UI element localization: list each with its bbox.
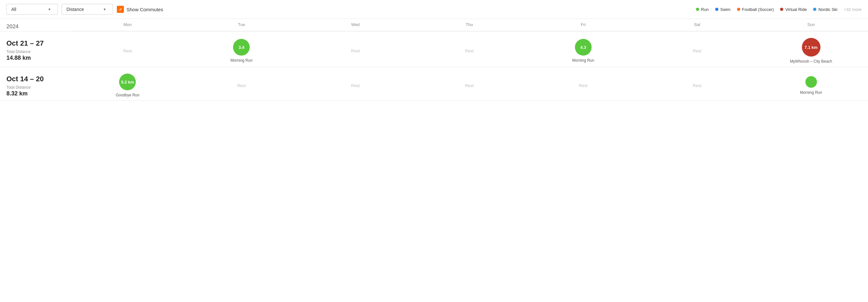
- distance-dropdown[interactable]: Distance ▾: [62, 4, 113, 15]
- day-header-thu: Thu: [412, 19, 526, 31]
- rest-label: Rest: [351, 49, 360, 53]
- day-cell-w1-d0: 5.2 kmGoodbye Run: [71, 67, 185, 100]
- activity-bubble-w1-d0[interactable]: 5.2 km: [119, 73, 136, 90]
- legend-dot: [813, 8, 816, 11]
- all-dropdown-value: All: [11, 7, 17, 12]
- all-dropdown[interactable]: All ▾: [6, 4, 58, 15]
- day-cell-w1-d6: Morning Run: [754, 67, 868, 100]
- activity-bubble-w0-d1[interactable]: 3.4: [233, 39, 250, 56]
- day-header-sun: Sun: [754, 19, 868, 31]
- legend-dot: [696, 8, 699, 11]
- day-cell-w1-d5: Rest: [640, 67, 754, 100]
- rest-label: Rest: [693, 49, 702, 53]
- day-header-mon: Mon: [71, 19, 185, 31]
- activity-bubble-w0-d6[interactable]: 7.1 km: [802, 38, 820, 57]
- week-range-1: Oct 14 – 20: [6, 75, 64, 83]
- day-header-sat: Sat: [640, 19, 754, 31]
- total-distance-label-0: Total Distance: [6, 50, 64, 54]
- activity-bubble-w0-d4[interactable]: 4.3: [575, 39, 592, 56]
- commutes-checkbox[interactable]: ✓: [117, 6, 124, 13]
- rest-label: Rest: [237, 83, 246, 88]
- day-cell-w1-d1: Rest: [185, 67, 299, 100]
- activity-name-w0-d4: Morning Run: [572, 58, 594, 63]
- day-cell-w0-d3: Rest: [412, 31, 526, 67]
- top-bar: All ▾ Distance ▾ ✓ Show Commutes Run Swi…: [0, 0, 868, 19]
- year-label: 2024: [6, 24, 19, 30]
- rest-label: Rest: [693, 83, 702, 88]
- rest-label: Rest: [465, 49, 474, 53]
- day-cell-w1-d3: Rest: [412, 67, 526, 100]
- day-header-wed: Wed: [299, 19, 412, 31]
- day-cell-w0-d1: 3.4Morning Run: [185, 31, 299, 67]
- activity-legend: Run Swim Football (Soccer) Virtual Ride …: [696, 7, 862, 12]
- rest-label: Rest: [465, 83, 474, 88]
- rest-label: Rest: [351, 83, 360, 88]
- calendar-headers: 2024 MonTueWedThuFriSatSun: [0, 19, 868, 31]
- show-commutes-toggle[interactable]: ✓ Show Commutes: [117, 6, 163, 13]
- legend-item-virtual-ride[interactable]: Virtual Ride: [780, 7, 807, 12]
- legend-dot: [715, 8, 718, 11]
- day-cell-w0-d4: 4.3Morning Run: [526, 31, 640, 67]
- activity-name-w0-d6: MyWhoosh – City Beach: [790, 59, 832, 64]
- legend-item-football-(soccer)[interactable]: Football (Soccer): [737, 7, 774, 12]
- distance-dropdown-value: Distance: [66, 7, 84, 12]
- day-header-tue: Tue: [185, 19, 299, 31]
- legend-label: Virtual Ride: [785, 7, 807, 12]
- all-dropdown-arrow: ▾: [49, 7, 51, 11]
- activity-bubble-w1-d6[interactable]: [805, 76, 817, 88]
- checkmark-icon: ✓: [119, 7, 122, 12]
- legend-label: Nordic Ski: [818, 7, 837, 12]
- week-section-0: Oct 21 – 27 Total Distance 14.88 km Rest…: [0, 31, 868, 67]
- total-distance-value-1: 8.32 km: [6, 90, 64, 97]
- more-activities-label[interactable]: +32 more: [844, 7, 862, 12]
- distance-dropdown-arrow: ▾: [104, 7, 105, 11]
- legend-item-swim[interactable]: Swim: [715, 7, 731, 12]
- day-cell-w1-d2: Rest: [299, 67, 412, 100]
- activity-name-w0-d1: Morning Run: [230, 58, 253, 63]
- activity-name-w1-d6: Morning Run: [800, 90, 822, 95]
- legend-item-run[interactable]: Run: [696, 7, 709, 12]
- weeks-container: Oct 21 – 27 Total Distance 14.88 km Rest…: [0, 31, 868, 101]
- week-info-1: Oct 14 – 20 Total Distance 8.32 km: [0, 67, 71, 100]
- day-header-fri: Fri: [526, 19, 640, 31]
- legend-dot: [737, 8, 740, 11]
- legend-item-nordic-ski[interactable]: Nordic Ski: [813, 7, 837, 12]
- day-cell-w0-d2: Rest: [299, 31, 412, 67]
- rest-label: Rest: [579, 83, 587, 88]
- day-cell-w0-d0: Rest: [71, 31, 185, 67]
- day-cell-w0-d5: Rest: [640, 31, 754, 67]
- week-divider-1: [0, 100, 868, 101]
- legend-dot: [780, 8, 783, 11]
- total-distance-value-0: 14.88 km: [6, 55, 64, 61]
- week-section-1: Oct 14 – 20 Total Distance 8.32 km 5.2 k…: [0, 67, 868, 100]
- week-row-0: Oct 21 – 27 Total Distance 14.88 km Rest…: [0, 31, 868, 67]
- rest-label: Rest: [123, 49, 132, 53]
- week-range-0: Oct 21 – 27: [6, 39, 64, 48]
- day-cell-w1-d4: Rest: [526, 67, 640, 100]
- day-cell-w0-d6: 7.1 kmMyWhoosh – City Beach: [754, 31, 868, 67]
- legend-label: Swim: [720, 7, 731, 12]
- legend-label: Football (Soccer): [742, 7, 774, 12]
- activity-name-w1-d0: Goodbye Run: [116, 93, 139, 97]
- legend-label: Run: [701, 7, 709, 12]
- show-commutes-label: Show Commutes: [126, 7, 163, 12]
- week-row-1: Oct 14 – 20 Total Distance 8.32 km 5.2 k…: [0, 67, 868, 100]
- total-distance-label-1: Total Distance: [6, 85, 64, 90]
- week-info-0: Oct 21 – 27 Total Distance 14.88 km: [0, 31, 71, 67]
